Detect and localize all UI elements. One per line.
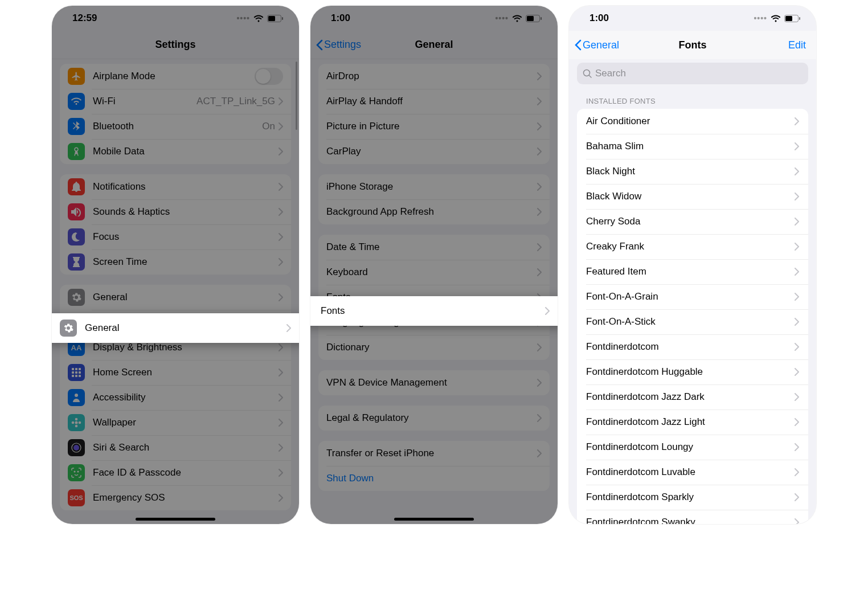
font-row[interactable]: Featured Item (577, 259, 808, 284)
row-label: Accessibility (93, 392, 279, 403)
chevron-right-icon (795, 443, 799, 451)
svg-rect-2 (282, 17, 283, 20)
status-time: 1:00 (331, 13, 350, 24)
chevron-left-icon (575, 39, 582, 51)
chevron-right-icon (795, 393, 799, 401)
content-area: Airplane ModeWi-FiACT_TP_Link_5GBluetoot… (52, 59, 299, 524)
font-row[interactable]: Black Night (577, 159, 808, 184)
general-row-legal-regulatory[interactable]: Legal & Regulatory (318, 406, 550, 431)
row-label: CarPlay (326, 146, 537, 157)
cellular-dots-icon: •••• (236, 14, 250, 23)
general-row-carplay[interactable]: CarPlay (318, 139, 550, 164)
svg-rect-1 (268, 16, 275, 21)
settings-row-face-id-passcode[interactable]: Face ID & Passcode (60, 460, 291, 485)
general-row-iphone-storage[interactable]: iPhone Storage (318, 174, 550, 199)
back-button[interactable]: Settings (310, 39, 361, 51)
general-row-transfer-or-reset-iphone[interactable]: Transfer or Reset iPhone (318, 441, 550, 466)
font-row[interactable]: Cherry Soda (577, 209, 808, 234)
row-label: Date & Time (326, 241, 537, 253)
general-row-keyboard[interactable]: Keyboard (318, 260, 550, 285)
edit-button[interactable]: Edit (788, 39, 806, 51)
home-indicator[interactable] (136, 518, 215, 521)
settings-row-accessibility[interactable]: Accessibility (60, 385, 291, 410)
font-name: Black Widow (586, 191, 795, 202)
settings-row-siri-search[interactable]: Siri & Search (60, 435, 291, 460)
chevron-right-icon (279, 233, 283, 241)
settings-row-emergency-sos[interactable]: SOSEmergency SOS (60, 485, 291, 510)
settings-row-airplane-mode[interactable]: Airplane Mode (60, 64, 291, 89)
home-indicator[interactable] (394, 518, 474, 521)
cellular-dots-icon: •••• (495, 14, 509, 23)
font-name: Creaky Frank (586, 241, 795, 252)
font-row[interactable]: Air Conditioner (577, 109, 808, 134)
font-name: Air Conditioner (586, 116, 795, 127)
font-name: Fontdinerdotcom (586, 341, 795, 353)
general-row-highlight[interactable]: General (52, 313, 299, 343)
search-field[interactable] (577, 63, 808, 84)
settings-row-wi-fi[interactable]: Wi-FiACT_TP_Link_5G (60, 89, 291, 114)
status-bar: 12:59 •••• (52, 6, 299, 31)
chevron-right-icon (795, 193, 799, 200)
row-label: Background App Refresh (326, 206, 537, 218)
font-row[interactable]: Fontdinerdotcom Huggable (577, 359, 808, 384)
fonts-row-highlight[interactable]: Fonts (310, 296, 558, 326)
general-row-airplay-handoff[interactable]: AirPlay & Handoff (318, 89, 550, 114)
row-label: Focus (93, 231, 279, 243)
font-row[interactable]: Font-On-A-Stick (577, 309, 808, 334)
font-row[interactable]: Font-On-A-Grain (577, 284, 808, 309)
font-row[interactable]: Fontdinerdotcom (577, 334, 808, 359)
general-row-airdrop[interactable]: AirDrop (318, 64, 550, 89)
settings-row-notifications[interactable]: Notifications (60, 174, 291, 199)
wifi-icon (253, 15, 264, 22)
search-icon (583, 69, 592, 78)
font-name: Fontdinerdotcom Swanky (586, 517, 795, 524)
settings-row-focus[interactable]: Focus (60, 224, 291, 249)
font-name: Black Night (586, 166, 795, 177)
font-row[interactable]: Fontdinerdotcom Sparkly (577, 485, 808, 510)
chevron-right-icon (537, 97, 542, 105)
settings-row-general[interactable]: General (60, 285, 291, 310)
battery-icon (526, 15, 542, 22)
settings-row-bluetooth[interactable]: BluetoothOn (60, 114, 291, 139)
font-row[interactable]: Fontdinerdotcom Jazz Dark (577, 384, 808, 410)
general-group: Transfer or Reset iPhoneShut Down (318, 441, 550, 491)
bluetooth-icon (68, 118, 85, 135)
font-row[interactable]: Fontdinerdotcom Loungy (577, 435, 808, 460)
chevron-right-icon (537, 268, 542, 276)
general-row-date-time[interactable]: Date & Time (318, 235, 550, 260)
chevron-right-icon (537, 72, 542, 80)
row-label: Dictionary (326, 342, 537, 353)
search-input[interactable] (595, 68, 803, 79)
settings-row-home-screen[interactable]: Home Screen (60, 360, 291, 385)
back-button[interactable]: General (569, 39, 619, 51)
svg-point-19 (75, 425, 78, 428)
font-row[interactable]: Creaky Frank (577, 234, 808, 259)
font-row[interactable]: Fontdinerdotcom Luvable (577, 460, 808, 485)
settings-row-mobile-data[interactable]: Mobile Data (60, 139, 291, 164)
font-row[interactable]: Black Widow (577, 184, 808, 209)
general-row-picture-in-picture[interactable]: Picture in Picture (318, 114, 550, 139)
svg-rect-15 (79, 375, 81, 377)
row-label: Display & Brightness (93, 342, 279, 353)
general-row-background-app-refresh[interactable]: Background App Refresh (318, 199, 550, 224)
row-label: Wallpaper (93, 417, 279, 428)
moon-icon (68, 228, 85, 245)
general-row-shut-down[interactable]: Shut Down (318, 466, 550, 491)
settings-row-screen-time[interactable]: Screen Time (60, 249, 291, 275)
font-row[interactable]: Fontdinerdotcom Swanky (577, 510, 808, 524)
toggle-switch[interactable] (255, 68, 283, 85)
wifi-icon (68, 93, 85, 110)
scrollbar[interactable] (296, 62, 297, 130)
chevron-right-icon (279, 419, 283, 427)
font-name: Fontdinerdotcom Jazz Light (586, 416, 795, 428)
font-row[interactable]: Fontdinerdotcom Jazz Light (577, 410, 808, 435)
chevron-right-icon (795, 493, 799, 501)
chevron-right-icon (279, 208, 283, 216)
general-row-vpn-device-management[interactable]: VPN & Device Management (318, 370, 550, 395)
general-row-dictionary[interactable]: Dictionary (318, 335, 550, 360)
font-row[interactable]: Bahama Slim (577, 134, 808, 159)
settings-row-wallpaper[interactable]: Wallpaper (60, 410, 291, 435)
row-label: VPN & Device Management (326, 377, 537, 388)
chevron-right-icon (795, 418, 799, 426)
settings-row-sounds-haptics[interactable]: Sounds & Haptics (60, 199, 291, 224)
